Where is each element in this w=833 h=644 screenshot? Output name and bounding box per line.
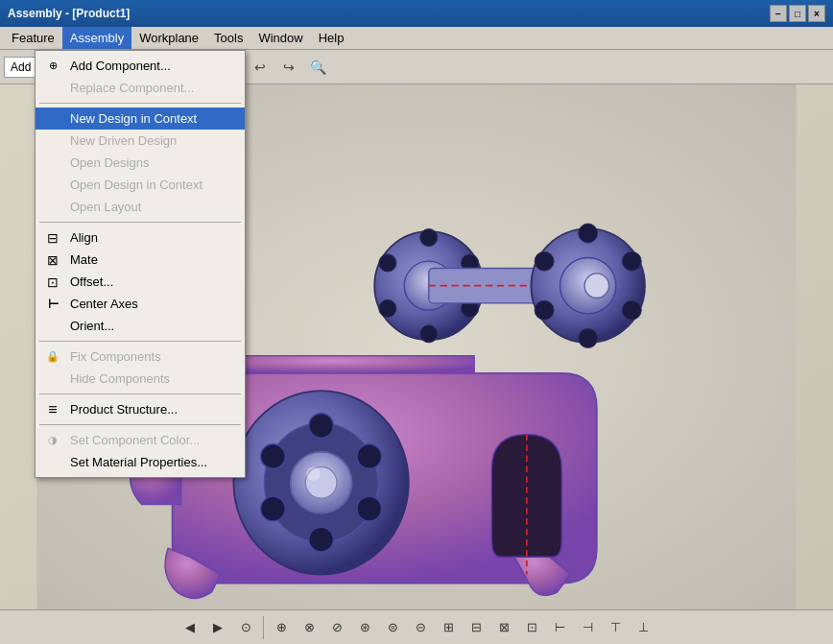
bottom-icon-8[interactable]: ⊟ [464, 615, 488, 640]
menu-open-designs: Open Designs [36, 152, 245, 174]
menu-mate[interactable]: ⊠ Mate [36, 249, 245, 271]
svg-point-12 [579, 224, 598, 243]
offset-icon: ⊡ [43, 274, 62, 290]
bottom-icon-9[interactable]: ⊠ [491, 615, 516, 640]
menu-separator-4 [39, 394, 241, 394]
toolbar-btn-9[interactable]: 🔍 [304, 54, 331, 81]
svg-point-13 [622, 251, 641, 271]
menu-separator-1 [39, 103, 241, 104]
bottom-icon-6[interactable]: ⊝ [408, 615, 433, 640]
menu-center-axes[interactable]: ⊢ Center Axes [36, 293, 245, 315]
menu-align[interactable]: ⊟ Align [36, 227, 245, 249]
nav-back[interactable]: ◀ [178, 615, 202, 640]
svg-point-2 [420, 228, 438, 246]
menu-assembly[interactable]: Assembly [62, 27, 131, 49]
bottom-icon-2[interactable]: ⊗ [297, 615, 321, 640]
mate-icon: ⊠ [43, 252, 62, 268]
toolbar-btn-8[interactable]: ↪ [275, 54, 302, 81]
menu-separator-5 [39, 424, 241, 425]
title-bar: Assembly - [Product1] − □ × [0, 0, 833, 27]
assembly-dropdown: ⊕ Add Component... Replace Component... … [35, 50, 246, 478]
menu-offset[interactable]: ⊡ Offset... [36, 271, 245, 293]
menu-feature[interactable]: Feature [4, 27, 62, 49]
svg-point-31 [306, 466, 321, 481]
bottom-icon-11[interactable]: ⊢ [547, 615, 572, 640]
new-design-context-icon [43, 111, 62, 127]
bottom-icon-7[interactable]: ⊞ [436, 615, 461, 640]
nav-forward[interactable]: ▶ [205, 615, 230, 640]
svg-point-16 [535, 300, 554, 320]
menu-product-structure[interactable]: ≡ Product Structure... [36, 398, 245, 420]
menu-hide-components: Hide Components [36, 368, 245, 390]
bottom-icon-4[interactable]: ⊛ [352, 615, 377, 640]
menu-workplane[interactable]: Workplane [131, 27, 206, 49]
lock-icon: 🔒 [43, 349, 62, 365]
nav-center[interactable]: ⊙ [233, 615, 258, 640]
menu-open-design-context: Open Design in Context [36, 174, 245, 196]
bottom-icon-12[interactable]: ⊣ [575, 615, 600, 640]
svg-point-23 [309, 414, 334, 439]
bottom-icon-1[interactable]: ⊕ [269, 615, 294, 640]
toolbar-btn-7[interactable]: ↩ [247, 54, 274, 81]
close-button[interactable]: × [808, 5, 825, 22]
menu-add-component[interactable]: ⊕ Add Component... [36, 55, 245, 77]
bottom-icon-10[interactable]: ⊡ [519, 615, 544, 640]
svg-point-27 [261, 496, 286, 521]
center-axes-icon: ⊢ [43, 297, 62, 312]
menu-new-driven-design: New Driven Design [36, 130, 245, 152]
bottom-toolbar: ◀ ▶ ⊙ ⊕ ⊗ ⊘ ⊛ ⊜ ⊝ ⊞ ⊟ ⊠ ⊡ ⊢ ⊣ ⊤ ⊥ [0, 609, 833, 644]
color-icon: ◑ [43, 433, 62, 448]
menu-set-component-color: ◑ Set Component Color... [36, 429, 245, 451]
svg-point-7 [379, 254, 396, 272]
bottom-icon-13[interactable]: ⊤ [603, 615, 628, 640]
svg-point-19 [584, 274, 609, 298]
align-icon: ⊟ [43, 230, 62, 246]
bottom-icon-3[interactable]: ⊘ [324, 615, 349, 640]
svg-point-28 [261, 444, 286, 469]
menu-open-layout: Open Layout [36, 196, 245, 218]
product-structure-icon: ≡ [43, 402, 62, 417]
menu-set-material[interactable]: Set Material Properties... [36, 451, 245, 473]
svg-point-26 [309, 527, 334, 552]
menu-help[interactable]: Help [311, 27, 352, 49]
menu-separator-3 [39, 341, 241, 342]
menu-tools[interactable]: Tools [206, 27, 250, 49]
svg-point-17 [535, 251, 554, 271]
menu-orient[interactable]: Orient... [36, 315, 245, 337]
svg-point-6 [379, 299, 396, 317]
menu-replace-component: Replace Component... [36, 77, 245, 99]
menu-fix-components: 🔒 Fix Components [36, 346, 245, 368]
menu-new-design-context[interactable]: New Design in Context [36, 107, 245, 130]
bottom-icon-5[interactable]: ⊜ [380, 615, 405, 640]
svg-point-5 [420, 325, 438, 343]
svg-point-14 [622, 300, 641, 320]
svg-point-24 [357, 444, 382, 469]
maximize-button[interactable]: □ [789, 5, 806, 22]
menu-window[interactable]: Window [250, 27, 310, 49]
bottom-sep-1 [263, 616, 264, 639]
svg-point-15 [579, 328, 598, 347]
menu-bar: Feature Assembly Workplane Tools Window … [0, 27, 833, 50]
menu-separator-2 [39, 222, 241, 223]
app-title: Assembly - [Product1] [8, 7, 130, 20]
add-component-icon: ⊕ [43, 59, 62, 74]
bottom-icon-14[interactable]: ⊥ [631, 615, 655, 640]
title-bar-controls: − □ × [770, 5, 825, 22]
minimize-button[interactable]: − [770, 5, 787, 22]
svg-point-25 [357, 496, 382, 521]
